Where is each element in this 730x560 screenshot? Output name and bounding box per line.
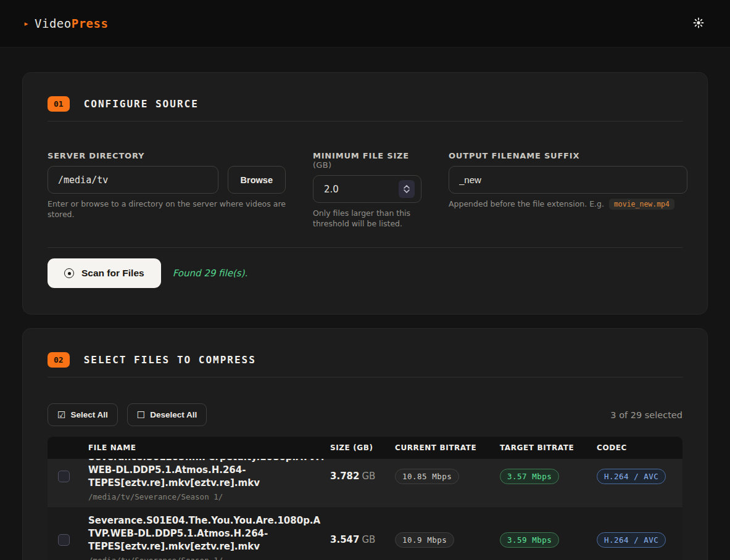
circle-dot-icon bbox=[64, 268, 74, 278]
configure-form: SERVER DIRECTORY Browse Enter or browse … bbox=[48, 151, 682, 229]
min-file-size-unit: (GB) bbox=[313, 160, 331, 170]
target-bitrate-pill: 3.59 Mbps bbox=[500, 532, 559, 548]
brand-name: Video bbox=[35, 17, 72, 30]
configure-source-card: 01 CONFIGURE SOURCE SERVER DIRECTORY Bro… bbox=[22, 72, 708, 315]
server-directory-label: SERVER DIRECTORY bbox=[48, 151, 286, 160]
size-unit: GB bbox=[362, 471, 375, 482]
output-suffix-label: OUTPUT FILENAME SUFFIX bbox=[449, 151, 687, 160]
section-divider bbox=[48, 121, 682, 121]
table-row[interactable]: Severance.S01E04.The.You.You.Are.1080p.A… bbox=[48, 508, 682, 560]
size-unit: GB bbox=[362, 534, 375, 545]
row-checkbox[interactable] bbox=[58, 534, 70, 546]
codec-pill: H.264 / AVC bbox=[597, 469, 666, 484]
current-bitrate-pill: 10.85 Mbps bbox=[395, 469, 459, 484]
sun-icon bbox=[693, 17, 704, 30]
checkbox-unchecked-icon: ☐ bbox=[137, 410, 145, 421]
section-title: SELECT FILES TO COMPRESS bbox=[84, 354, 256, 366]
scan-for-files-button[interactable]: Scan for Files bbox=[48, 258, 161, 288]
suffix-example-chip: movie_new.mp4 bbox=[609, 199, 674, 210]
col-header-file-name: FILE NAME bbox=[88, 443, 330, 452]
file-path: /media/tv/Severance/Season 1/ bbox=[88, 556, 330, 560]
selection-toolbar: ☑ Select All ☐ Deselect All 3 of 29 sele… bbox=[48, 403, 682, 426]
scan-result-text: Found 29 file(s). bbox=[173, 268, 248, 279]
server-directory-helper: Enter or browse to a directory on the se… bbox=[48, 199, 286, 220]
configure-section-header: 01 CONFIGURE SOURCE bbox=[48, 96, 682, 112]
min-file-size-select[interactable]: 2.0 bbox=[313, 175, 421, 203]
min-file-size-field: MINIMUM FILE SIZE (GB) 2.0 Only files la… bbox=[313, 151, 421, 229]
select-files-card: 02 SELECT FILES TO COMPRESS ☑ Select All… bbox=[22, 328, 708, 560]
col-header-target-bitrate: TARGET BITRATE bbox=[500, 443, 597, 452]
section-title: CONFIGURE SOURCE bbox=[84, 98, 199, 110]
section-divider bbox=[48, 377, 682, 377]
codec-pill: H.264 / AVC bbox=[597, 532, 666, 548]
theme-toggle-button[interactable] bbox=[691, 15, 707, 33]
min-file-size-value: 2.0 bbox=[324, 184, 339, 195]
select-all-button[interactable]: ☑ Select All bbox=[48, 403, 118, 426]
current-bitrate-pill: 10.9 Mbps bbox=[395, 532, 454, 548]
checkbox-checked-icon: ☑ bbox=[57, 410, 65, 421]
file-size: 3.547GB bbox=[330, 534, 395, 545]
col-header-current-bitrate: CURRENT BITRATE bbox=[395, 443, 500, 452]
stepper-chevrons-icon[interactable] bbox=[399, 180, 415, 198]
deselect-all-button[interactable]: ☐ Deselect All bbox=[127, 403, 207, 426]
file-size: 3.782GB bbox=[330, 471, 395, 482]
file-path: /media/tv/Severance/Season 1/ bbox=[88, 492, 330, 501]
section-number-badge: 01 bbox=[48, 96, 70, 112]
scan-divider bbox=[48, 247, 682, 248]
page-content: 01 CONFIGURE SOURCE SERVER DIRECTORY Bro… bbox=[0, 72, 730, 560]
table-header-row: FILE NAME SIZE (GB) CURRENT BITRATE TARG… bbox=[48, 437, 682, 459]
table-body: Severance.S01E03.In.Perpetuity.1080p.ATV… bbox=[48, 445, 682, 560]
scan-row: Scan for Files Found 29 file(s). bbox=[48, 258, 682, 288]
top-bar: ▸ VideoPress bbox=[0, 0, 730, 47]
browse-button[interactable]: Browse bbox=[228, 166, 286, 194]
file-name: Severance.S01E04.The.You.You.Are.1080p.A… bbox=[88, 514, 328, 553]
min-file-size-helper: Only files larger than this threshold wi… bbox=[313, 208, 418, 229]
min-file-size-label: MINIMUM FILE SIZE (GB) bbox=[313, 151, 421, 170]
brand-accent: Press bbox=[72, 17, 109, 30]
output-suffix-input[interactable] bbox=[449, 166, 687, 194]
play-arrow-icon: ▸ bbox=[23, 18, 29, 29]
output-suffix-helper: Appended before the file extension. E.g.… bbox=[449, 199, 687, 210]
row-checkbox[interactable] bbox=[58, 471, 70, 482]
col-header-size: SIZE (GB) bbox=[330, 443, 395, 452]
target-bitrate-pill: 3.57 Mbps bbox=[500, 469, 559, 484]
col-header-codec: CODEC bbox=[597, 443, 682, 452]
select-section-header: 02 SELECT FILES TO COMPRESS bbox=[48, 352, 682, 368]
file-cell: Severance.S01E04.The.You.You.Are.1080p.A… bbox=[88, 514, 330, 560]
section-number-badge: 02 bbox=[48, 352, 70, 368]
output-suffix-field: OUTPUT FILENAME SUFFIX Appended before t… bbox=[449, 151, 687, 229]
brand-logo: ▸ VideoPress bbox=[23, 17, 108, 30]
selection-summary: 3 of 29 selected bbox=[610, 410, 682, 420]
server-directory-field: SERVER DIRECTORY Browse Enter or browse … bbox=[48, 151, 286, 229]
server-directory-input[interactable] bbox=[48, 166, 218, 194]
file-table: FILE NAME SIZE (GB) CURRENT BITRATE TARG… bbox=[48, 437, 682, 560]
